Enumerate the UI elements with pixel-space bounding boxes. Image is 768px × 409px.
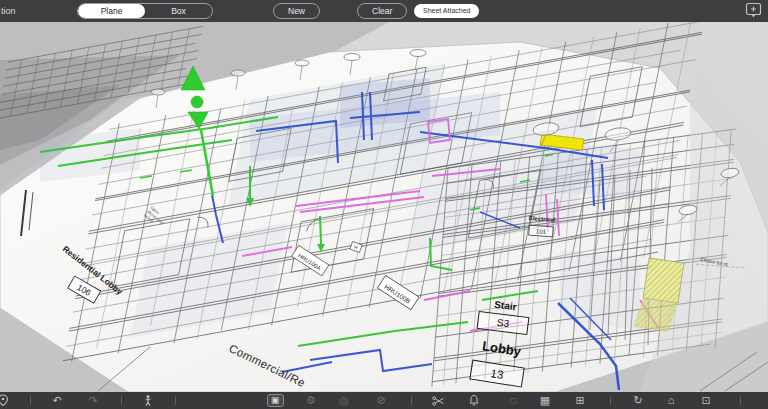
stair-number: S3 xyxy=(496,317,510,329)
model-viewport[interactable]: Residential Lobby 106 Commercial/Re Stai… xyxy=(0,0,768,409)
toolbar-divider xyxy=(175,396,176,405)
location-pin-icon[interactable] xyxy=(0,392,13,409)
layers-icon[interactable]: □ xyxy=(503,392,523,409)
undo-icon[interactable]: ↶ xyxy=(47,392,67,409)
bim-viewer-app: Residential Lobby 106 Commercial/Re Stai… xyxy=(0,0,768,409)
redo-icon[interactable]: ↷ xyxy=(83,392,103,409)
section-label-partial: tion xyxy=(1,6,16,16)
bottom-toolbar: ↶ ↷ ▣ ⚙ ◎ ⊘ □ ▦ ⊞ ↻ ⌂ ⊡ xyxy=(0,392,768,409)
top-toolbar: tion Plane Box New Clear Sheet Attached xyxy=(0,0,768,22)
plane-button[interactable]: Plane xyxy=(78,4,145,18)
walk-person-icon[interactable] xyxy=(138,392,158,409)
panels-icon[interactable]: ⊞ xyxy=(570,392,590,409)
scissors-icon[interactable] xyxy=(428,392,448,409)
bell-icon[interactable] xyxy=(464,392,484,409)
grid-icon[interactable]: ▦ xyxy=(535,392,555,409)
target-icon[interactable]: ◎ xyxy=(334,392,354,409)
fit-view-icon[interactable]: ⊡ xyxy=(696,392,716,409)
sheet-attached-button[interactable]: Sheet Attached xyxy=(414,4,479,18)
add-marker-icon[interactable] xyxy=(745,2,763,20)
section-mode-toggle: Plane Box xyxy=(77,3,213,19)
toolbar-divider xyxy=(610,396,611,405)
electrical-number: 101 xyxy=(536,228,547,235)
toolbar-divider xyxy=(411,396,412,405)
box-button[interactable]: Box xyxy=(145,4,212,18)
toolbar-divider xyxy=(30,396,31,405)
clear-button[interactable]: Clear xyxy=(357,3,407,19)
toolbar-divider xyxy=(121,396,122,405)
section-box-icon[interactable]: ▣ xyxy=(267,394,284,407)
orbit-icon[interactable]: ↻ xyxy=(628,392,648,409)
home-icon[interactable]: ⌂ xyxy=(661,392,681,409)
settings-gear-icon[interactable]: ⚙ xyxy=(301,392,321,409)
toolbar-divider xyxy=(740,396,741,405)
new-button[interactable]: New xyxy=(273,3,320,19)
hide-element-icon[interactable]: ⊘ xyxy=(371,392,391,409)
lobby-number: 13 xyxy=(490,367,505,381)
